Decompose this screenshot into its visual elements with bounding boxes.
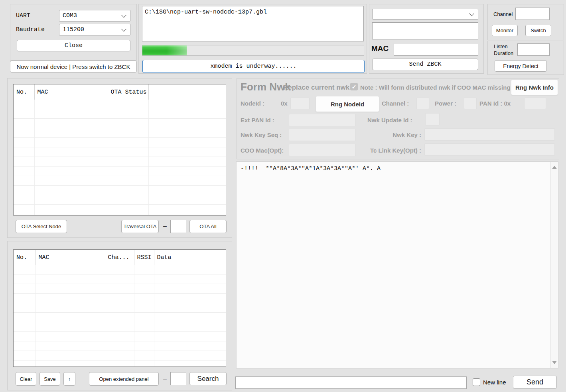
form-nwk-note: Note : Will form distributed nwk if COO … [360,84,511,91]
table-row [14,284,226,294]
xmodem-progress-bar [142,45,364,56]
duration-label: Duration [494,50,513,56]
table-row [14,303,226,313]
preset-select[interactable] [372,9,478,20]
baudrate-label: Baudrate [16,26,45,33]
fn-power-label: Power : [435,100,456,107]
table-row [14,119,226,128]
table-row [14,176,226,186]
table-row [14,361,226,367]
column-header[interactable]: Data [154,250,212,265]
key-seq-field [289,129,356,141]
table-row [14,341,226,351]
ota-select-node-button[interactable]: OTA Select Node [16,220,67,233]
ota-all-button[interactable]: OTA All [189,220,227,233]
rng-nwk-info-button[interactable]: Rng Nwk Info [511,79,558,95]
table-row [14,157,226,167]
search-range-input[interactable] [170,372,186,385]
fn-power-field [464,98,477,109]
com-port-select[interactable]: COM3 [59,10,130,22]
column-header[interactable] [148,84,226,100]
baudrate-select[interactable]: 115200 [59,24,130,35]
table-row [14,332,226,341]
tc-link-field [424,143,555,156]
ota-range-input[interactable] [170,220,186,233]
column-header[interactable]: Cha... [105,250,134,265]
open-extended-panel-button[interactable]: Open extended panel [89,372,159,386]
rng-nodeid-button[interactable]: Rng NodeId [316,96,379,112]
xmodem-status-button[interactable]: xmodem is underway...... [142,60,365,73]
scroll-top-button[interactable]: ↑ [63,372,75,386]
table-row [14,294,226,303]
xmodem-progress-fill [142,45,187,55]
search-button[interactable]: Search [189,372,227,385]
column-header[interactable]: MAC [34,84,108,100]
save-button[interactable]: Save [39,372,60,386]
table-row [14,322,226,332]
column-header[interactable]: No. [14,84,34,100]
firmware-path-text: C:\iSG\ncp-uart-sw-nodcdc-13p7.gbl [145,9,267,16]
uart-label: UART [16,12,30,19]
table-row [14,274,226,284]
listen-duration-input[interactable] [517,43,550,56]
fn-panid-label: PAN Id : 0x [479,100,511,107]
send-button[interactable]: Send [513,376,557,389]
mode-switch-button[interactable]: Now normal device | Press switch to ZBCK [10,61,137,73]
column-header[interactable]: MAC [35,250,105,265]
com-port-value: COM3 [63,12,77,19]
mac-input[interactable] [394,43,478,56]
table-row [14,186,226,195]
column-header[interactable] [212,250,226,265]
send-zbck-button[interactable]: Send ZBCK [372,59,478,70]
check-icon: ✓ [352,84,357,90]
table-row [14,195,226,205]
coo-mac-label: COO Mac(Opt): [241,147,284,154]
table-row [14,100,226,109]
console-output[interactable]: -!!!! *"A*8A*3A*"A*1A*3A*3A*"A*' A*. A [236,161,558,368]
monitor-button[interactable]: Monitor [492,25,518,36]
message-textbox[interactable] [372,22,478,39]
scroll-down-icon[interactable] [552,361,557,364]
console-text: -!!!! *"A*8A*3A*"A*1A*3A*3A*"A*' A*. A [241,165,548,172]
switch-button[interactable]: Switch [525,25,551,36]
nwk-update-label: Nwk Update Id : [367,117,412,123]
table-row [14,167,226,176]
nwk-key-label: Nwk Key : [377,131,421,138]
channel-group: Channel Monitor Switch [487,4,564,40]
console-scrollbar[interactable] [550,162,558,368]
column-header[interactable]: RSSI [134,250,154,265]
close-button[interactable]: Close [17,40,130,51]
chevron-down-icon [121,12,126,18]
fn-channel-field [416,98,429,109]
table-row [14,109,226,119]
replace-nwk-checkbox[interactable]: ✓ [350,83,358,90]
table-row [14,214,226,216]
ota-node-table: No.MACOTA Status [13,84,226,216]
channel-input[interactable] [515,8,550,20]
coo-mac-field [289,144,356,156]
table-row [14,205,226,214]
send-input[interactable] [235,376,467,389]
traversal-ota-button[interactable]: Traversal OTA [121,220,159,233]
firmware-path-textbox[interactable]: C:\iSG\ncp-uart-sw-nodcdc-13p7.gbl [142,6,364,41]
column-header[interactable]: OTA Status [108,84,148,100]
table-row [14,128,226,138]
chevron-down-icon [121,26,126,31]
channel-label: Channel [493,11,513,17]
nwk-key-field [424,128,555,141]
firmware-group: C:\iSG\ncp-uart-sw-nodcdc-13p7.gbl xmode… [138,4,367,74]
mac-label: MAC [371,44,389,53]
table-row [14,147,226,157]
scroll-up-icon[interactable] [552,166,557,169]
tc-link-label: Tc Link Key(Opt) : [361,147,421,154]
key-seq-label: Nwk Key Seq : [241,131,282,138]
column-header[interactable]: No. [14,250,35,265]
ext-pan-label: Ext PAN Id : [241,117,274,123]
energy-detect-button[interactable]: Energy Detect [495,60,547,72]
listen-group: Listen Duration Energy Detect [487,41,564,75]
newline-checkbox[interactable]: ✓ [473,378,480,386]
nwk-update-field [425,113,440,125]
clear-button[interactable]: Clear [16,372,36,386]
newline-label: New line [483,379,506,386]
nodeid-hex-prefix: 0x [281,100,288,107]
